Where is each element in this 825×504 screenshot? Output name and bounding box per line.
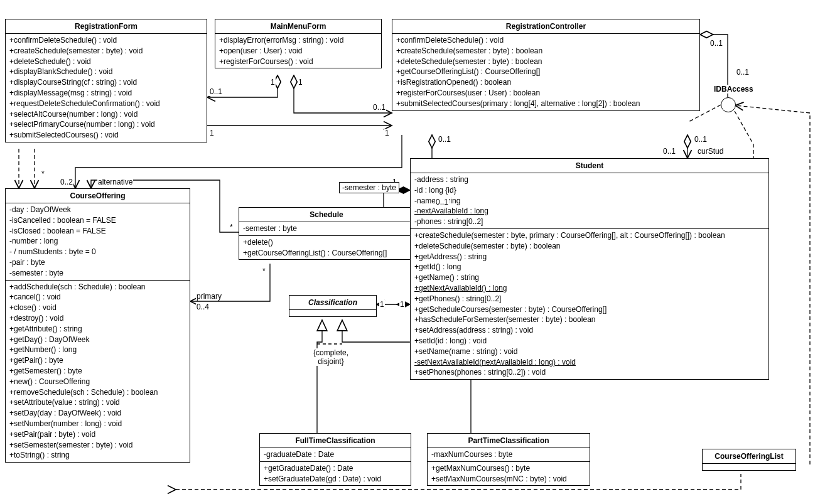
mult-label: 0..1 [736,68,750,77]
mult-label: 1 [399,300,405,309]
class-course-offering: CourseOffering -day : DayOfWeek -isCance… [5,188,190,463]
mult-label: 0..1 [709,39,723,48]
qualifier-label: -semester : byte [339,182,399,193]
class-name: CourseOfferingList [703,449,795,464]
mult-label: 1 [209,129,215,137]
mult-label: 0..1 [662,147,676,156]
idbaccess-label: IDBAccess [713,85,754,94]
attrs: -maxNumCourses : byte [428,448,590,462]
methods: +confirmDeleteSchedule() : void +createS… [6,34,207,142]
methods: +confirmDeleteSchedule() : void +createS… [392,34,699,110]
mult-label: 1 [298,78,303,87]
methods: +addSchedule(sch : Schedule) : boolean +… [6,281,190,463]
class-registration-form: RegistrationForm +confirmDeleteSchedule(… [5,19,207,142]
attrs: -address : string -id : long {id} -name … [411,173,768,229]
methods: +displayError(errorMsg : string) : void … [215,34,381,68]
class-registration-controller: RegistrationController +confirmDeleteSch… [392,19,700,111]
role-label: curStud [697,147,724,156]
class-name: RegistrationForm [6,19,207,34]
class-student: Student -address : string -id : long {id… [410,158,769,380]
empty-section [703,464,795,470]
mult-label: 1 [384,129,390,137]
class-schedule: Schedule -semester : byte +delete() +get… [239,207,414,260]
mult-label: * [262,267,266,276]
class-name: Schedule [239,208,414,222]
methods: +getGraduateDate() : Date +setGraduateDa… [260,462,411,486]
mult-label: 0..1 [209,87,223,96]
class-name: MainMenuForm [215,19,381,34]
class-name: Student [411,159,768,173]
class-main-menu-form: MainMenuForm +displayError(errorMsg : st… [215,19,382,68]
methods: +createSchedule(semester : byte, primary… [411,229,768,379]
class-name: CourseOffering [6,189,190,203]
class-name: PartTimeClassification [428,434,590,448]
mult-label: 0..4 [196,303,210,311]
role-label: alternative [97,178,133,186]
class-classification: Classification [289,295,377,317]
empty-section [289,310,376,316]
methods: +getMaxNumCourses() : byte +setMaxNumCou… [428,462,590,486]
mult-label: 0..1 [435,198,449,206]
constraint-label: {complete, disjoint} [313,348,349,366]
mult-label: * [41,169,45,178]
class-part-time-classification: PartTimeClassification -maxNumCourses : … [427,433,590,486]
attrs: -semester : byte [239,222,414,236]
class-course-offering-list: CourseOfferingList [702,449,796,471]
mult-label: * [229,223,234,232]
attrs: -graduateDate : Date [260,448,411,462]
idbaccess-interface-circle [721,97,736,112]
class-name: FullTimeClassification [260,434,411,448]
mult-label: 0..1 [438,135,451,144]
attrs: -day : DayOfWeek -isCancelled : boolean … [6,203,190,281]
class-name: RegistrationController [392,19,699,34]
mult-label: 0..1 [372,103,386,112]
mult-label: 0..1 [694,135,708,144]
class-name: Classification [289,296,376,310]
mult-label: 0..2 [60,178,73,186]
mult-label: 1 [379,300,385,309]
class-full-time-classification: FullTimeClassification -graduateDate : D… [259,433,411,486]
mult-label: 1 [270,78,276,87]
methods: +delete() +getCourseOfferingList() : Cou… [239,236,414,260]
role-label: primary [196,292,222,301]
